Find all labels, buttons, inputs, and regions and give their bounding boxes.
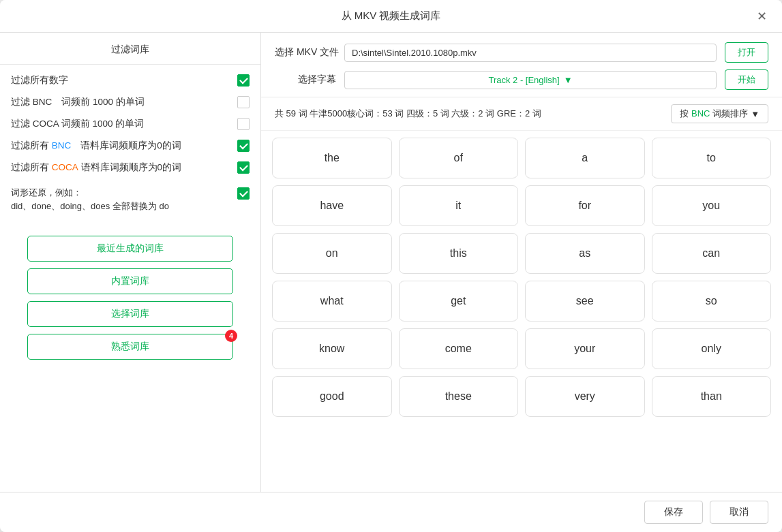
- word-card[interactable]: you: [652, 185, 772, 226]
- filter-item-coca0: 过滤所有 COCA 语料库词频顺序为0的词: [11, 159, 250, 176]
- word-card[interactable]: good: [272, 376, 392, 417]
- word-card[interactable]: for: [525, 185, 645, 226]
- word-card[interactable]: on: [272, 233, 392, 274]
- checkbox-bnc0[interactable]: [237, 140, 250, 152]
- chevron-down-icon: ▼: [564, 75, 573, 85]
- checkbox-coca1000[interactable]: [237, 118, 250, 130]
- left-panel-header: 过滤词库: [0, 33, 260, 65]
- word-card[interactable]: your: [525, 328, 645, 369]
- stats-bar: 共 59 词 牛津5000核心词：53 词 四级：5 词 六级：2 词 GRE：…: [261, 97, 782, 131]
- filter-item-lemma: 词形还原，例如： did、done、doing、does 全部替换为 do: [11, 183, 250, 215]
- checkbox-numbers[interactable]: [237, 74, 250, 87]
- word-grid: theofatohaveitforyouonthisascanwhatgetse…: [272, 138, 771, 417]
- word-card[interactable]: this: [399, 233, 519, 274]
- right-top: 选择 MKV 文件 D:\sintel\Sintel.2010.1080p.mk…: [261, 33, 782, 97]
- filter-label-coca1000: 过滤 COCA 词频前 1000 的单词: [11, 118, 237, 130]
- word-card[interactable]: so: [652, 281, 772, 322]
- word-card[interactable]: of: [399, 138, 519, 178]
- filter-label-bnc1000: 过滤 BNC 词频前 1000 的单词: [11, 96, 237, 108]
- filter-item-coca1000: 过滤 COCA 词频前 1000 的单词: [11, 115, 250, 133]
- word-card[interactable]: to: [652, 138, 772, 178]
- checkbox-coca0[interactable]: [237, 161, 250, 174]
- familiar-badge: 4: [225, 330, 237, 342]
- filter-label-numbers: 过滤所有数字: [11, 74, 237, 87]
- stats-text: 共 59 词 牛津5000核心词：53 词 四级：5 词 六级：2 词 GRE：…: [275, 108, 541, 120]
- word-card[interactable]: these: [399, 376, 519, 417]
- sort-button[interactable]: 按 BNC 词频排序 ▼: [671, 104, 768, 123]
- btn-familiar[interactable]: 熟悉词库 4: [27, 334, 233, 360]
- word-card[interactable]: can: [652, 233, 772, 274]
- filter-item-numbers: 过滤所有数字: [11, 72, 250, 89]
- btn-select[interactable]: 选择词库: [27, 301, 233, 327]
- subtitle-label: 选择字幕: [275, 74, 336, 86]
- subtitle-select[interactable]: Track 2 - [English] ▼: [344, 71, 717, 89]
- save-button[interactable]: 保存: [644, 501, 703, 524]
- right-panel: 选择 MKV 文件 D:\sintel\Sintel.2010.1080p.mk…: [261, 33, 782, 492]
- word-card[interactable]: have: [272, 185, 392, 226]
- side-button-list: 最近生成的词库 内置词库 选择词库 熟悉词库 4: [0, 225, 260, 371]
- word-card[interactable]: than: [652, 376, 772, 417]
- checkbox-lemma[interactable]: [237, 187, 250, 200]
- word-card[interactable]: what: [272, 281, 392, 322]
- word-card[interactable]: a: [525, 138, 645, 178]
- main-dialog: 从 MKV 视频生成词库 ✕ 过滤词库 过滤所有数字 过滤 BNC 词频前 10…: [0, 0, 782, 532]
- word-card[interactable]: come: [399, 328, 519, 369]
- filter-label-lemma: 词形还原，例如： did、done、doing、does 全部替换为 do: [11, 186, 237, 213]
- filter-label-bnc0: 过滤所有 BNC 语料库词频顺序为0的词: [11, 140, 237, 152]
- cancel-button[interactable]: 取消: [710, 501, 768, 524]
- chevron-down-icon: ▼: [751, 109, 760, 119]
- word-grid-container: theofatohaveitforyouonthisascanwhatgetse…: [261, 131, 782, 492]
- word-card[interactable]: very: [525, 376, 645, 417]
- left-panel: 过滤词库 过滤所有数字 过滤 BNC 词频前 1000 的单词 过滤 COCA …: [0, 33, 261, 492]
- dialog-title: 从 MKV 视频生成词库: [342, 10, 441, 22]
- filter-list: 过滤所有数字 过滤 BNC 词频前 1000 的单词 过滤 COCA 词频前 1…: [0, 65, 260, 222]
- filter-label-coca0: 过滤所有 COCA 语料库词频顺序为0的词: [11, 161, 237, 174]
- word-card[interactable]: see: [525, 281, 645, 322]
- word-card[interactable]: know: [272, 328, 392, 369]
- word-card[interactable]: as: [525, 233, 645, 274]
- word-card[interactable]: the: [272, 138, 392, 178]
- btn-builtin[interactable]: 内置词库: [27, 268, 233, 294]
- main-body: 过滤词库 过滤所有数字 过滤 BNC 词频前 1000 的单词 过滤 COCA …: [0, 33, 782, 492]
- btn-recent[interactable]: 最近生成的词库: [27, 236, 233, 262]
- open-button[interactable]: 打开: [725, 42, 768, 63]
- file-path-display: D:\sintel\Sintel.2010.1080p.mkv: [344, 44, 717, 62]
- subtitle-row: 选择字幕 Track 2 - [English] ▼ 开始: [275, 69, 768, 90]
- checkbox-bnc1000[interactable]: [237, 96, 250, 108]
- word-card[interactable]: it: [399, 185, 519, 226]
- title-bar: 从 MKV 视频生成词库 ✕: [0, 0, 782, 33]
- filter-item-bnc0: 过滤所有 BNC 语料库词频顺序为0的词: [11, 137, 250, 155]
- word-card[interactable]: only: [652, 328, 772, 369]
- bottom-bar: 保存 取消: [0, 492, 782, 532]
- file-label: 选择 MKV 文件: [275, 46, 336, 59]
- file-row: 选择 MKV 文件 D:\sintel\Sintel.2010.1080p.mk…: [275, 42, 768, 63]
- word-card[interactable]: get: [399, 281, 519, 322]
- filter-item-bnc1000: 过滤 BNC 词频前 1000 的单词: [11, 93, 250, 111]
- start-button[interactable]: 开始: [725, 69, 768, 90]
- close-button[interactable]: ✕: [753, 7, 771, 25]
